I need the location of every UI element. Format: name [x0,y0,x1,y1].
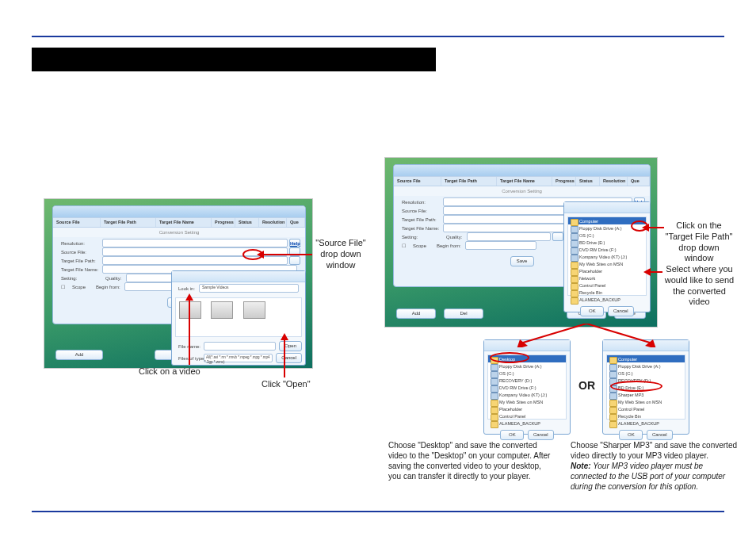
label-scope: Scope [69,283,93,291]
tree-controlpanel[interactable]: Control Panel [568,282,646,289]
label-lookin: Look in: [175,285,199,293]
video-thumb[interactable] [179,301,201,319]
col-status: Status [576,177,600,186]
lookin-field[interactable]: Sample Videos [199,284,299,293]
label-begin: Begin from: [93,283,124,291]
highlight-desktop [490,352,529,363]
col-source: Source File [53,218,101,227]
arrow-line [650,271,662,273]
cancel-button[interactable]: Cancel [608,306,634,316]
label-quality: Quality: [102,274,126,282]
or-label: OR [578,379,595,392]
cancel-button[interactable]: Cancel [276,353,302,363]
dropdown-icon[interactable] [289,256,300,265]
arrow-line [284,339,285,377]
video-thumb[interactable] [211,301,233,319]
label-target-path: Target File Path: [58,257,102,265]
ok-button[interactable]: OK [580,306,604,316]
col-status: Status [235,218,259,227]
settings-subheader: Conversion Setting [53,228,305,237]
callout-select-send: Select where you would like to send the … [662,264,737,308]
label-source: Source File: [58,248,102,256]
highlight-sharper [610,381,662,392]
rule-bottom [32,511,724,512]
arrow-head-icon [643,268,651,276]
arrow-head-icon [281,333,288,340]
tree-bd[interactable]: BD Drive (E:) [568,239,646,246]
page: Source File Target File Path Target File… [32,24,724,524]
file-dialog-toolbar [172,271,305,282]
col-queue: Que [287,218,305,227]
add-button[interactable]: Add [55,350,103,360]
arrow-head-icon [185,293,193,301]
browse-folder-dialog: Computer Floppy Disk Drive (A:) OS (C:) … [563,201,651,312]
columns-header: Source File Target File Path Target File… [53,217,305,228]
col-targetpath: Target File Path [441,177,497,186]
filetype-field[interactable]: All(*.avi *.rm *.rmvb *.mpeg *.mpg *.mp4… [204,354,273,362]
label-resolution: Resolution: [58,240,102,247]
screenshot-source-file: Source File Target File Path Target File… [44,198,313,369]
arrow-line [263,254,312,255]
section-heading-bar [32,48,436,71]
col-resolution: Resolution [600,177,628,186]
tree-kingston[interactable]: Kompany Video (KT) (J:) [568,253,646,260]
tree-os[interactable]: OS (C:) [568,232,646,239]
help-link[interactable]: Help [290,241,300,246]
col-targetname: Target File Name [156,218,212,227]
arrow-line [189,300,190,365]
file-open-dialog: Look in: Sample Videos File name: Open F… [171,270,306,366]
settings-subheader: Conversion Setting [394,186,650,196]
label-setting: Setting: [58,274,102,282]
col-targetpath: Target File Path [101,218,156,227]
callout-source-dropdown: "Source File" drop down window [313,238,368,270]
row-resolution: Resolution: Help [58,239,300,247]
video-thumb[interactable] [243,301,265,319]
arrow-head-icon [642,224,649,232]
col-source: Source File [394,177,441,186]
label-target-name: Target File Name: [58,266,102,274]
tree-network[interactable]: Network [568,274,646,282]
col-progress: Progress [552,177,576,186]
callout-target-dropdown: Click on the "Target File Path" drop dow… [663,220,735,264]
text-choose-sharper: Choose "Sharper MP3" and save the conver… [571,440,737,492]
col-targetname: Target File Name [497,177,552,186]
col-resolution: Resolution [259,218,287,227]
text-choose-desktop: Choose "Desktop" and save the converted … [388,440,555,481]
file-list-area[interactable] [175,297,302,337]
tree-recycle[interactable]: Recycle Bin [568,289,646,296]
callout-click-open: Click "Open" [262,379,311,390]
row-targetpath: Target File Path: [58,256,300,265]
col-queue: Que [628,177,650,186]
screenshot-target-path: Source File Target File Path Target File… [384,157,658,328]
arrow-line [648,227,664,228]
tree-dvd[interactable]: DVD RW Drive (F:) [568,246,646,253]
window-titlebar [53,206,305,217]
tree-placeholder[interactable]: Placeholder [568,267,646,274]
filename-field[interactable] [204,342,276,351]
window-titlebar [394,165,650,176]
field-resolution[interactable] [102,239,288,247]
arrow-head-icon [257,251,264,259]
open-button[interactable]: Open [279,341,302,351]
tree-myvids[interactable]: My Web Sites on MSN [568,260,646,267]
columns-header: Source File Target File Path Target File… [394,176,650,186]
tree-sharper[interactable]: Sharper MP3 [607,391,685,398]
tree-backup[interactable]: ALAMEDA_BACKUP [568,296,646,303]
col-progress: Progress [212,218,235,227]
callout-click-video: Click on a video [139,366,200,377]
rule-top [32,36,724,37]
file-dialog-toolbar [564,202,650,213]
